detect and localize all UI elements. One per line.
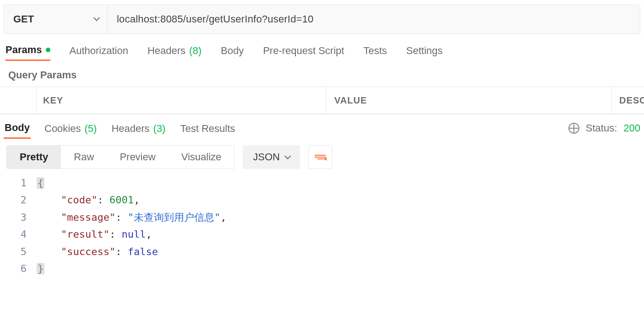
- request-url-input[interactable]: localhost:8085/user/getUserInfo?userId=1…: [108, 5, 640, 33]
- view-mode-visualize[interactable]: Visualize: [169, 146, 235, 169]
- request-url-text: localhost:8085/user/getUserInfo?userId=1…: [117, 13, 314, 25]
- tab-prerequest[interactable]: Pre-request Script: [263, 44, 344, 61]
- line-number: 3: [0, 209, 37, 226]
- tab-tests-label: Tests: [363, 45, 387, 57]
- code-line: 2 "code": 6001,: [0, 191, 644, 208]
- tab-prerequest-label: Pre-request Script: [263, 45, 344, 57]
- code-text: "message": "未查询到用户信息",: [37, 209, 231, 226]
- tab-settings-label: Settings: [406, 45, 443, 57]
- response-tab-body[interactable]: Body: [4, 117, 31, 139]
- status-label: Status:: [586, 122, 617, 134]
- view-mode-raw[interactable]: Raw: [61, 146, 107, 169]
- view-mode-preview[interactable]: Preview: [107, 146, 168, 169]
- code-line: 1{: [0, 174, 644, 191]
- tab-params-label: Params: [5, 44, 42, 56]
- params-active-dot-icon: [46, 48, 50, 52]
- query-params-header: KEY VALUE DESC: [0, 87, 644, 114]
- tab-tests[interactable]: Tests: [363, 44, 387, 61]
- column-description-header: DESC: [612, 87, 644, 114]
- line-number: 2: [0, 191, 37, 208]
- query-params-table: KEY VALUE DESC: [0, 87, 644, 114]
- line-number: 1: [0, 174, 37, 191]
- response-tabs: Body Cookies (5) Headers (3) Test Result…: [4, 117, 236, 139]
- column-key-header: KEY: [37, 87, 326, 114]
- response-view-toolbar: Pretty Raw Preview Visualize JSON: [0, 139, 644, 173]
- code-line: 6}: [0, 260, 644, 277]
- tab-authorization-label: Authorization: [70, 45, 128, 57]
- code-text: {: [37, 174, 49, 191]
- code-text: "success": false: [37, 243, 163, 260]
- tab-settings[interactable]: Settings: [406, 44, 443, 61]
- response-tab-test-results[interactable]: Test Results: [179, 117, 236, 139]
- request-tabs: Params Authorization Headers (8) Body Pr…: [0, 34, 644, 65]
- response-tab-headers-label: Headers: [111, 123, 149, 135]
- tab-authorization[interactable]: Authorization: [70, 44, 128, 61]
- tab-params[interactable]: Params: [5, 44, 50, 61]
- line-wrap-icon: [315, 155, 326, 159]
- response-tab-headers[interactable]: Headers (3): [110, 117, 166, 139]
- response-tab-cookies-count: (5): [84, 123, 97, 135]
- tab-headers-count: (8): [189, 45, 202, 57]
- line-number: 4: [0, 226, 37, 243]
- column-checkbox: [0, 87, 37, 114]
- tab-headers[interactable]: Headers (8): [147, 44, 202, 61]
- status-code: 200: [623, 122, 640, 134]
- chevron-down-icon: [285, 151, 290, 163]
- line-number: 6: [0, 260, 37, 277]
- response-tabs-row: Body Cookies (5) Headers (3) Test Result…: [0, 114, 644, 139]
- http-method-label: GET: [13, 13, 34, 25]
- code-line: 4 "result": null,: [0, 226, 644, 243]
- chevron-down-icon: [94, 16, 99, 23]
- response-tab-headers-count: (3): [153, 123, 166, 135]
- response-status: Status: 200: [568, 122, 642, 134]
- query-params-title: Query Params: [0, 65, 644, 87]
- response-body-editor[interactable]: 1{2 "code": 6001,3 "message": "未查询到用户信息"…: [0, 173, 644, 286]
- response-tab-test-results-label: Test Results: [180, 123, 235, 135]
- tab-headers-label: Headers: [147, 45, 186, 57]
- code-text: "result": null,: [37, 226, 157, 243]
- code-text: }: [37, 260, 49, 277]
- line-wrap-button[interactable]: [308, 145, 332, 169]
- tab-body[interactable]: Body: [221, 44, 244, 61]
- code-text: "code": 6001,: [37, 191, 144, 208]
- body-format-select[interactable]: JSON: [243, 145, 300, 169]
- request-bar: GET localhost:8085/user/getUserInfo?user…: [4, 5, 640, 34]
- tab-body-label: Body: [221, 45, 244, 57]
- code-line: 3 "message": "未查询到用户信息",: [0, 209, 644, 226]
- code-line: 5 "success": false: [0, 243, 644, 260]
- response-tab-cookies-label: Cookies: [44, 123, 81, 135]
- globe-icon[interactable]: [568, 123, 579, 134]
- column-value-header: VALUE: [326, 87, 612, 114]
- body-view-mode-segment: Pretty Raw Preview Visualize: [6, 145, 235, 169]
- line-number: 5: [0, 243, 37, 260]
- response-tab-cookies[interactable]: Cookies (5): [44, 117, 98, 139]
- body-format-label: JSON: [253, 151, 280, 163]
- http-method-select[interactable]: GET: [4, 5, 108, 33]
- response-tab-body-label: Body: [5, 122, 30, 134]
- view-mode-pretty[interactable]: Pretty: [7, 146, 61, 169]
